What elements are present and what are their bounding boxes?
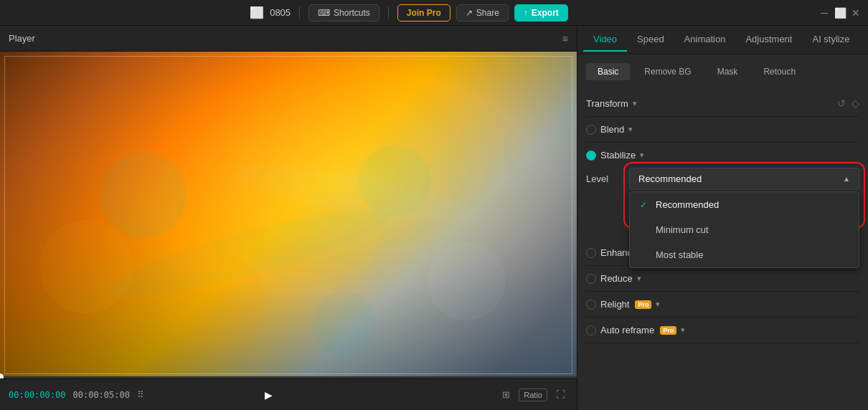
window-controls: ─ ⬜ ✕ [819, 8, 861, 18]
sub-tab-retouch[interactable]: Retouch [752, 63, 807, 80]
divider [388, 6, 389, 19]
reframe-arrow: ▾ [681, 325, 685, 335]
screen-icon: ⬜ [250, 6, 264, 19]
export-icon: ↑ [524, 8, 528, 18]
panel-tabs: Video Speed Animation Adjustment AI styl… [577, 26, 868, 54]
level-dropdown-container: Recommended ▲ ✓ Recommended ✓ Minimum [629, 168, 859, 190]
grid-icon: ⠿ [137, 389, 144, 400]
reset-icon[interactable]: ↺ [837, 97, 846, 109]
divider [299, 6, 300, 19]
relight-toggle[interactable] [586, 300, 596, 310]
maximize-button[interactable]: ⬜ [835, 8, 845, 18]
sub-tabs: Basic Remove BG Mask Retouch [586, 63, 859, 80]
player-controls: 00:00:00:00 00:00:05:00 ⠿ ▶ ⊞ Ratio ⛶ [0, 378, 577, 410]
transform-label: Transform ▾ [586, 98, 637, 109]
reframe-toggle[interactable] [586, 325, 596, 335]
time-total: 00:00:05:00 [72, 390, 129, 400]
relight-arrow: ▾ [656, 300, 660, 309]
join-pro-button[interactable]: Join Pro [397, 4, 450, 22]
level-row: ➤ Level Recommended ▲ ✓ Re [586, 168, 859, 190]
keyboard-icon: ⌨ [318, 8, 330, 18]
enhance-toggle[interactable] [586, 248, 596, 258]
level-select[interactable]: Recommended ▲ [629, 168, 859, 190]
reduce-section: Reduce ▾ [586, 266, 859, 292]
close-button[interactable]: ✕ [851, 8, 861, 18]
sub-tab-mask[interactable]: Mask [706, 63, 750, 80]
stabilize-section: Stabilize ▾ ➤ Level Recommended ▲ [586, 143, 859, 197]
minimize-button[interactable]: ─ [819, 8, 829, 18]
main-layout: Player ≡ [0, 26, 868, 410]
reframe-pro-badge: Pro [660, 326, 676, 335]
level-dropdown-menu: ✓ Recommended ✓ Minimum cut ✓ Most stabl… [629, 191, 859, 268]
control-icons: ⊞ Ratio ⛶ [499, 388, 568, 401]
timeline-bar[interactable] [0, 376, 577, 378]
transform-arrow: ▾ [633, 99, 637, 108]
time-current: 00:00:00:00 [9, 390, 65, 400]
controls-left: 00:00:00:00 00:00:05:00 ⠿ [9, 389, 144, 400]
share-button[interactable]: ↗ Share [456, 4, 509, 22]
blend-arrow: ▾ [628, 125, 633, 134]
relight-section: Relight Pro ▾ [586, 292, 859, 318]
sub-tab-remove-bg[interactable]: Remove BG [633, 63, 702, 80]
player-panel: Player ≡ [0, 26, 577, 410]
player-menu-button[interactable]: ≡ [562, 33, 568, 44]
empty-check: ✓ [640, 225, 650, 235]
relight-pro-badge: Pro [635, 300, 651, 309]
player-header: Player ≡ [0, 26, 577, 52]
stabilize-header: Stabilize ▾ [586, 150, 859, 161]
blend-toggle[interactable] [586, 125, 596, 135]
level-option-minimum-cut[interactable]: ✓ Minimum cut [630, 217, 859, 242]
transform-icons: ↺ ◇ [837, 97, 859, 109]
diamond-icon[interactable]: ◇ [852, 97, 859, 109]
stabilize-toggle[interactable] [586, 151, 596, 161]
title-bar-center: ⬜ 0805 ⌨ Shortcuts Join Pro ↗ Share ↑ Ex… [7, 4, 811, 22]
tab-ai-stylize[interactable]: AI stylize [802, 28, 859, 52]
play-button[interactable]: ▶ [258, 385, 278, 405]
crop-icon[interactable]: ⊞ [499, 388, 513, 401]
ratio-button[interactable]: Ratio [519, 388, 547, 401]
video-frame-border [4, 56, 572, 374]
blend-section: Blend ▾ [586, 117, 859, 143]
level-option-most-stable[interactable]: ✓ Most stable [630, 242, 859, 267]
export-button[interactable]: ↑ Export [514, 4, 568, 22]
title-bar: ⬜ 0805 ⌨ Shortcuts Join Pro ↗ Share ↑ Ex… [0, 0, 868, 26]
shortcuts-button[interactable]: ⌨ Shortcuts [308, 4, 379, 22]
reframe-section: Auto reframe Pro ▾ [586, 318, 859, 343]
tab-animation[interactable]: Animation [674, 28, 736, 52]
tab-speed[interactable]: Speed [627, 28, 674, 52]
tab-adjustment[interactable]: Adjustment [735, 28, 802, 52]
level-label: Level [586, 173, 629, 184]
player-title: Player [9, 33, 35, 44]
reduce-arrow: ▾ [637, 274, 641, 283]
transform-section: Transform ▾ ↺ ◇ [586, 90, 859, 117]
panel-content: Basic Remove BG Mask Retouch Transform ▾ [577, 54, 868, 410]
player-video [0, 52, 577, 378]
empty-check-2: ✓ [640, 250, 650, 260]
reduce-toggle[interactable] [586, 274, 596, 284]
window-title: 0805 [270, 7, 291, 18]
tab-video[interactable]: Video [583, 28, 627, 52]
blend-label: Blend ▾ [586, 124, 633, 135]
right-panel: Video Speed Animation Adjustment AI styl… [577, 26, 868, 410]
sub-tab-basic[interactable]: Basic [586, 63, 630, 80]
stabilize-arrow: ▾ [640, 151, 644, 160]
level-option-recommended[interactable]: ✓ Recommended [630, 192, 859, 217]
fullscreen-icon[interactable]: ⛶ [553, 388, 568, 401]
check-icon: ✓ [640, 200, 650, 210]
share-icon: ↗ [466, 8, 473, 18]
dropdown-chevron-up: ▲ [843, 175, 850, 183]
